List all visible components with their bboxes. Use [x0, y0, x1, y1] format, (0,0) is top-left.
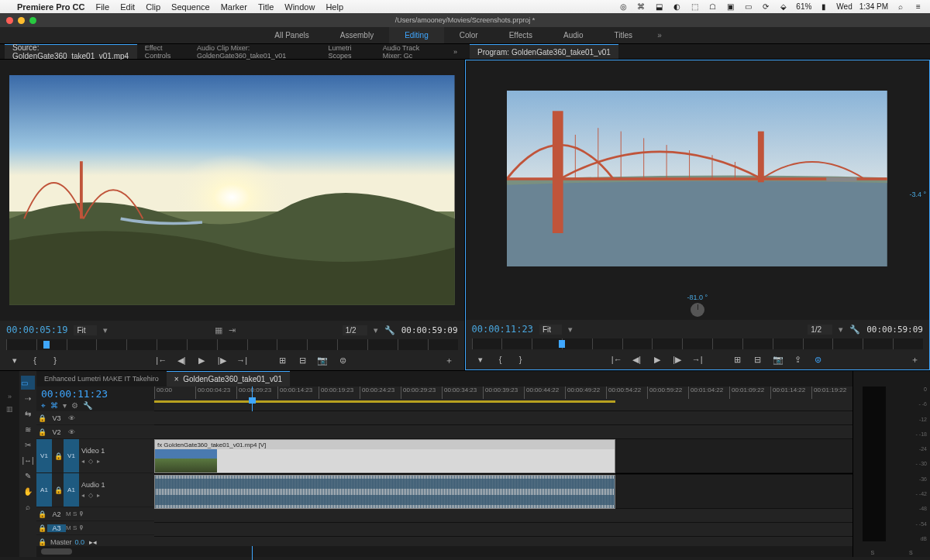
button-editor-icon[interactable]: ＋ — [908, 352, 921, 366]
step-back-icon[interactable]: ◀| — [630, 352, 644, 366]
timeline-ruler[interactable]: 00:0000:00:04:2300:00:09:2300:00:14:2300… — [154, 387, 852, 411]
keyframe-next-icon[interactable]: ▸ — [97, 492, 100, 499]
source-viewport[interactable] — [0, 60, 464, 321]
status-icon[interactable]: ◎ — [618, 2, 629, 12]
slip-tool-icon[interactable]: |↔| — [21, 453, 35, 467]
clock-day[interactable]: Wed — [836, 2, 852, 11]
keyframe-next-icon[interactable]: ▸ — [97, 458, 100, 465]
tab-overflow-icon[interactable]: » — [446, 44, 465, 59]
track-v2-label[interactable]: V2 — [47, 428, 66, 436]
source-scrub-bar[interactable] — [6, 339, 458, 350]
marker-icon[interactable]: ▾ — [63, 401, 67, 411]
share-icon[interactable]: ⇪ — [791, 352, 805, 366]
source-playhead[interactable] — [43, 341, 50, 349]
dropbox-icon[interactable]: ⬓ — [653, 2, 664, 12]
track-select-tool-icon[interactable]: ⇢ — [21, 391, 35, 405]
app-name[interactable]: Premiere Pro CC — [17, 2, 84, 12]
menu-icon[interactable]: ≡ — [913, 2, 924, 12]
program-playhead[interactable] — [559, 340, 565, 348]
linked-selection-icon[interactable]: ⌘ — [50, 401, 58, 411]
marker-add-icon[interactable]: ▾ — [8, 353, 22, 367]
tab-program[interactable]: Program: GoldenGate360_take01_v01 — [470, 44, 618, 59]
in-point-icon[interactable]: { — [494, 352, 508, 366]
vr-orientation-dial[interactable] — [691, 303, 704, 317]
pen-tool-icon[interactable]: ✎ — [21, 469, 35, 483]
button-editor-icon[interactable]: ＋ — [443, 353, 456, 367]
wrench-icon[interactable]: 🔧 — [83, 401, 92, 411]
source-res-select[interactable]: 1/2 — [343, 325, 367, 335]
extract-icon[interactable]: ⊟ — [751, 352, 765, 366]
timeline-timecode[interactable]: 00:00:11:23 — [41, 388, 150, 400]
icon-overlay-1[interactable]: ▦ — [215, 325, 222, 335]
clock-time[interactable]: 1:34 PM — [859, 2, 888, 11]
program-fit-select[interactable]: Fit — [539, 325, 562, 335]
status-icon[interactable]: ⌘ — [636, 2, 646, 12]
out-point-icon[interactable]: } — [48, 353, 62, 367]
wifi-icon[interactable]: ⬙ — [778, 2, 789, 12]
export-frame-icon[interactable]: 📷 — [315, 353, 329, 367]
zoom-tool-icon[interactable]: ⌕ — [21, 500, 35, 514]
insert-icon[interactable]: ⊞ — [275, 353, 289, 367]
timeline-zoom-scrollbar[interactable] — [36, 546, 852, 557]
eye-icon[interactable]: 👁 — [66, 428, 77, 436]
lock-icon[interactable]: 🔒 — [36, 524, 47, 532]
work-area-bar[interactable] — [154, 400, 615, 403]
menu-help[interactable]: Help — [326, 2, 343, 12]
play-icon[interactable]: ▶ — [195, 353, 208, 367]
menu-edit[interactable]: Edit — [120, 2, 135, 12]
tab-source[interactable]: Source: GoldenGate360_take01_v01.mp4 — [5, 44, 137, 59]
timeline-tab-0[interactable]: Enhanced Lumetri MAKE IT Takehiro — [36, 371, 167, 387]
program-viewport[interactable]: -3.4 ° -81.0 ° — [466, 60, 930, 320]
battery-icon[interactable]: ▮ — [818, 2, 829, 12]
keyframe-add-icon[interactable]: ◇ — [88, 492, 93, 499]
timeline-track-area[interactable]: fxGoldenGate360_take01_v01.mp4 [V] — [154, 411, 852, 546]
chevron-right-icon[interactable]: » — [8, 393, 12, 400]
settings-icon[interactable]: 🔧 — [849, 325, 860, 335]
keyframe-prev-icon[interactable]: ◂ — [81, 492, 84, 499]
close-window-button[interactable] — [6, 17, 13, 24]
audio-clip[interactable] — [154, 475, 615, 509]
icon-overlay-2[interactable]: ⇥ — [229, 325, 236, 335]
export-frame-icon[interactable]: 📷 — [771, 352, 785, 366]
lock-icon[interactable]: 🔒 — [36, 538, 47, 546]
lock-icon[interactable]: 🔒 — [53, 486, 64, 494]
lift-icon[interactable]: ⊞ — [731, 352, 745, 366]
vr-toggle-icon[interactable]: ⊜ — [811, 352, 825, 366]
shield-icon[interactable]: ☖ — [707, 2, 718, 12]
go-to-in-icon[interactable]: |← — [154, 353, 168, 367]
snap-icon[interactable]: ⌖ — [41, 401, 46, 411]
step-back-icon[interactable]: ◀| — [174, 353, 188, 367]
workspace-effects[interactable]: Effects — [494, 27, 548, 43]
tab-effect-controls[interactable]: Effect Controls — [137, 44, 189, 59]
go-to-out-icon[interactable]: →| — [691, 352, 704, 366]
master-value[interactable]: 0.0 — [75, 538, 85, 546]
step-forward-icon[interactable]: |▶ — [670, 352, 684, 366]
workspace-overflow-icon[interactable]: » — [648, 31, 671, 40]
menu-title[interactable]: Title — [258, 2, 274, 12]
workspace-titles[interactable]: Titles — [599, 27, 649, 43]
keyframe-add-icon[interactable]: ◇ — [88, 458, 93, 465]
program-scrub-bar[interactable] — [472, 338, 924, 349]
workspace-editing[interactable]: Editing — [389, 27, 444, 43]
menu-marker[interactable]: Marker — [221, 2, 247, 12]
program-res-select[interactable]: 1/2 — [808, 325, 832, 335]
razor-tool-icon[interactable]: ✂ — [21, 438, 35, 452]
status-icon[interactable]: ◐ — [671, 2, 682, 12]
selection-tool-icon[interactable]: ▭ — [21, 376, 35, 390]
status-icon[interactable]: ▣ — [725, 2, 735, 12]
rate-stretch-tool-icon[interactable]: ≋ — [21, 422, 35, 436]
keyframe-prev-icon[interactable]: ◂ — [81, 458, 84, 465]
step-forward-icon[interactable]: |▶ — [215, 353, 229, 367]
video-clip[interactable]: fxGoldenGate360_take01_v01.mp4 [V] — [154, 439, 615, 473]
in-point-icon[interactable]: { — [28, 353, 42, 367]
track-a2-label[interactable]: A2 — [47, 510, 66, 518]
tab-audio-clip-mixer[interactable]: Audio Clip Mixer: GoldenGate360_take01_v… — [189, 44, 320, 59]
meter-icon[interactable]: ▸◂ — [89, 538, 97, 546]
tab-audio-track-mixer[interactable]: Audio Track Mixer: Gc — [375, 44, 446, 59]
spotlight-icon[interactable]: ⌕ — [895, 2, 906, 12]
battery-percent[interactable]: 61% — [796, 2, 811, 11]
target-v1[interactable]: V1 — [64, 439, 79, 472]
sync-icon[interactable]: ⟳ — [760, 2, 771, 12]
track-a3-label[interactable]: A3 — [47, 524, 66, 532]
play-icon[interactable]: ▶ — [650, 352, 664, 366]
